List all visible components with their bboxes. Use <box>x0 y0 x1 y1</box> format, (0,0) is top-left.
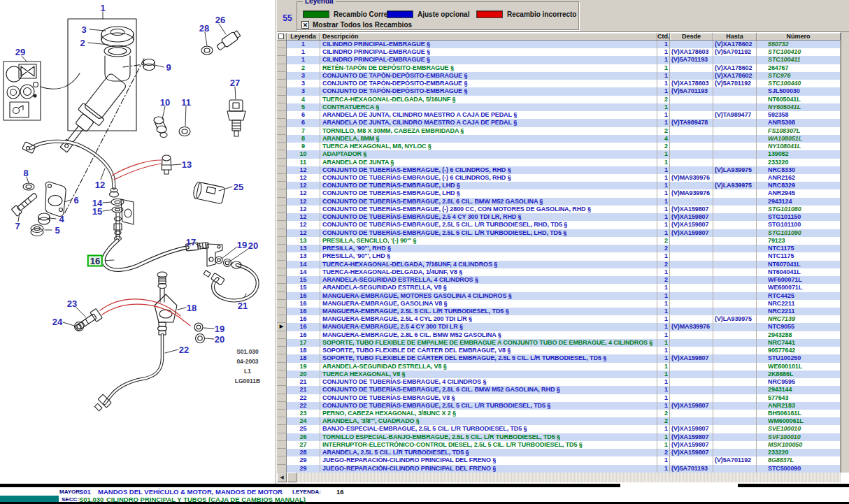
row-selector[interactable] <box>277 41 287 48</box>
row-selector[interactable] <box>277 189 287 197</box>
callout-19[interactable]: 19 <box>237 240 247 250</box>
row-selector[interactable] <box>277 402 287 410</box>
row-selector[interactable] <box>277 229 287 237</box>
table-row[interactable]: 13PRESILLA, SENCILLO, '(-) 90"' §279123 <box>277 237 841 245</box>
callout-2[interactable]: 2 <box>80 38 85 48</box>
row-selector[interactable] <box>277 72 287 80</box>
header-select-all[interactable] <box>277 33 287 40</box>
table-row[interactable]: 12CONJUNTO DE TUBERÍAS-EMBRAGUE, 2.8L 6 … <box>277 198 841 206</box>
table-row[interactable]: 4TUERCA-HEXAGONAL-DELGADA, 5/16UNF §2NT6… <box>277 96 841 103</box>
callout-22[interactable]: 22 <box>179 345 189 354</box>
table-row[interactable]: 23PERNO, CABEZA HEXAGONAL, 3/8UNC X 2 §2… <box>277 410 841 417</box>
table-row[interactable]: 15ARANDELA-SEGURIDAD ESTRELLA, V8 §1WE60… <box>277 284 841 291</box>
row-selector[interactable] <box>277 166 287 174</box>
table-row[interactable]: 1CILINDRO PRINCIPAL-EMBRAGUE §1(V)XA1786… <box>277 41 841 48</box>
table-row[interactable]: 5CONTRATUERCA §1NY605041L <box>277 103 841 111</box>
table-row[interactable]: 9TUERCA HEXAGONAL, M8, NYLOC §2NY108041L <box>277 143 841 150</box>
row-selector[interactable] <box>277 433 287 441</box>
table-row[interactable]: 12CONJUNTO DE TUBERÍAS-EMBRAGUE, (-) 6 C… <box>277 174 841 182</box>
table-row[interactable]: 3CONJUNTO DE TAPÓN-DEPÓSITO-EMBRAGUE §1(… <box>277 72 841 80</box>
callout-23[interactable]: 23 <box>67 299 77 308</box>
row-selector[interactable] <box>277 276 287 284</box>
table-row[interactable]: 24ARANDELA, '3/8"', CUADRADO §2WM600061L <box>277 417 841 425</box>
row-selector[interactable] <box>277 363 287 370</box>
row-selector[interactable] <box>277 347 287 354</box>
row-selector[interactable] <box>277 449 287 456</box>
table-row[interactable]: 25BANJO-ESPECIAL-EMBRAGUE, 2.5L 5 CIL. L… <box>277 425 841 433</box>
show-all-checkbox[interactable]: ✕ <box>301 21 309 29</box>
row-selector[interactable] <box>277 252 287 260</box>
row-selector[interactable] <box>277 456 287 464</box>
select-all-checkbox[interactable] <box>278 34 284 39</box>
row-selector[interactable] <box>277 127 287 135</box>
header-numero[interactable]: Número <box>757 33 841 40</box>
table-row[interactable]: 13PRESILLA, '90"', LHD §1NTC1175 <box>277 252 841 260</box>
row-selector[interactable] <box>277 354 287 362</box>
table-row[interactable]: 12CONJUNTO DE TUBERÍAS-EMBRAGUE, 2.5L 5 … <box>277 229 841 237</box>
row-selector[interactable] <box>277 315 287 323</box>
callout-20[interactable]: 20 <box>215 335 224 344</box>
header-ctd[interactable]: Ctd. <box>657 33 670 40</box>
header-leyenda[interactable]: Leyenda <box>287 33 320 40</box>
callout-3[interactable]: 3 <box>81 25 86 34</box>
row-selector[interactable] <box>277 386 287 394</box>
table-row[interactable]: 22CONJUNTO DE TUBERÍAS-EMBRAGUE, 2.5L 5 … <box>277 402 841 410</box>
row-selector[interactable] <box>277 292 287 300</box>
row-selector[interactable] <box>277 56 287 64</box>
header-descripcion[interactable]: Descripción <box>320 33 657 40</box>
row-selector[interactable] <box>277 111 287 119</box>
table-row[interactable]: 21CONJUNTO DE TUBERÍAS-EMBRAGUE, 4 CILIN… <box>277 378 841 386</box>
table-row[interactable]: 29JUEGO-REPARACIÓN-CILINDRO PRINCIPAL DE… <box>277 456 841 464</box>
row-selector[interactable] <box>277 425 287 433</box>
row-selector[interactable] <box>277 284 287 291</box>
table-row[interactable]: 18SOPORTE, TUBO FLEXIBLE DE CÁRTER DEL E… <box>277 347 841 354</box>
table-row[interactable]: 7TORNILLO, M8 X 30MM, CABEZA EMBRIDADA §… <box>277 127 841 135</box>
table-row[interactable]: 13PRESILLA, '90"', RHD §2NTC1175 <box>277 245 841 252</box>
callout-1[interactable]: 1 <box>100 3 105 13</box>
table-row[interactable]: 16MANGUERA-EMBRAGUE, 2.5L 5 CIL. L/R TUR… <box>277 308 841 315</box>
table-row[interactable]: 16MANGUERA-EMBRAGUE, GASOLINA V8 §1NRC22… <box>277 300 841 308</box>
callout-9[interactable]: 9 <box>166 63 171 72</box>
current-row-marker[interactable]: ▶ <box>277 323 287 331</box>
callout-11[interactable]: 11 <box>181 98 191 107</box>
callout-26[interactable]: 26 <box>215 15 225 24</box>
callout-15[interactable]: 15 <box>92 207 102 216</box>
table-row[interactable]: 10ADAPTADOR §1139082 <box>277 150 841 158</box>
row-selector[interactable] <box>277 465 287 473</box>
table-row[interactable]: 17SOPORTE, TUBO FLEXIBLE DE EMPALME DE E… <box>277 339 841 347</box>
callout-27[interactable]: 27 <box>230 78 240 87</box>
callout-10[interactable]: 10 <box>160 98 170 107</box>
row-selector[interactable] <box>277 150 287 158</box>
vertical-scrollbar[interactable] <box>841 32 849 473</box>
table-row[interactable]: 1CILINDRO PRINCIPAL-EMBRAGUE §1(V)XA1786… <box>277 48 841 56</box>
table-row[interactable]: 11ARANDELA DE JUNTA §1233220 <box>277 159 841 166</box>
table-row[interactable]: 22CONJUNTO DE TUBERÍAS-EMBRAGUE, V8 §157… <box>277 394 841 402</box>
table-row[interactable]: 3CONJUNTO DE TAPÓN-DEPÓSITO-EMBRAGUE §1(… <box>277 80 841 87</box>
table-row[interactable]: 26TORNILLO ESPECIAL-BANJO-EMBRAGUE, 2.5L… <box>277 433 841 441</box>
row-selector[interactable] <box>277 135 287 143</box>
table-row[interactable]: 21CONJUNTO DE TUBERÍAS-EMBRAGUE, 2.8L 6 … <box>277 386 841 394</box>
table-row[interactable]: 18SOPORTE, TUBO FLEXIBLE DE CÁRTER DEL E… <box>277 354 841 362</box>
table-row[interactable]: 2RETÉN-TAPÓN DE DEPÓSITO-EMBRAGUE §1(V)X… <box>277 64 841 72</box>
table-row[interactable]: 27INTERRUPTOR-ELECTRÓNICO-CONTROL DIESEL… <box>277 441 841 449</box>
row-selector[interactable] <box>277 268 287 276</box>
callout-25[interactable]: 25 <box>234 182 243 192</box>
row-selector[interactable] <box>277 261 287 268</box>
callout-16[interactable]: 16 <box>87 255 103 267</box>
row-selector[interactable] <box>277 308 287 315</box>
callout-12[interactable]: 12 <box>95 180 105 189</box>
callout-20[interactable]: 20 <box>248 241 258 250</box>
table-row[interactable]: 12CONJUNTO DE TUBERÍAS-EMBRAGUE, LHD §1(… <box>277 189 841 197</box>
row-selector[interactable] <box>277 119 287 127</box>
row-selector[interactable] <box>277 206 287 213</box>
callout-19[interactable]: 19 <box>215 324 224 333</box>
table-row[interactable]: 12CONJUNTO DE TUBERÍAS-EMBRAGUE, 2.5 4 C… <box>277 213 841 221</box>
row-selector[interactable] <box>277 370 287 378</box>
row-selector[interactable] <box>277 143 287 150</box>
callout-7[interactable]: 7 <box>15 222 20 231</box>
table-row[interactable]: 16MANGUERA-EMBRAGUE, 2.8L 6 CIL. BMW M52… <box>277 331 841 339</box>
table-row[interactable]: 8ARANDELA, 8MM §4WA108051L <box>277 135 841 143</box>
row-selector[interactable] <box>277 417 287 425</box>
callout-18[interactable]: 18 <box>187 303 197 312</box>
row-selector[interactable] <box>277 394 287 402</box>
